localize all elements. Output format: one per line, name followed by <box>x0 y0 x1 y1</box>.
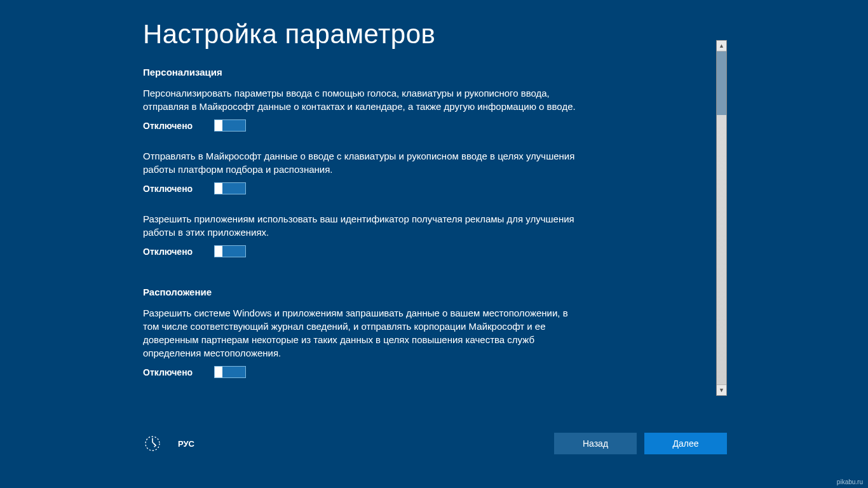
toggle-knob <box>215 367 222 377</box>
toggle-knob <box>215 246 222 257</box>
setting-description: Отправлять в Майкрософт данные о вводе с… <box>143 149 581 176</box>
toggle-state-label: Отключено <box>143 367 200 377</box>
toggle-state-label: Отключено <box>143 184 200 194</box>
settings-content: Персонализация Персонализировать парамет… <box>143 67 581 396</box>
toggle-knob <box>215 120 222 131</box>
setting-item: Разрешить приложениям использовать ваш и… <box>143 212 581 257</box>
scrollbar-up-button[interactable]: ▲ <box>717 41 726 51</box>
toggle-knob <box>215 183 222 194</box>
setting-description: Разрешить приложениям использовать ваш и… <box>143 212 581 239</box>
page-title: Настройка параметров <box>143 19 435 50</box>
setting-item: Отправлять в Майкрософт данные о вводе с… <box>143 149 581 194</box>
toggle-state-label: Отключено <box>143 121 200 131</box>
section-heading-personalization: Персонализация <box>143 67 581 78</box>
ease-of-access-icon[interactable] <box>143 434 162 453</box>
chevron-down-icon: ▼ <box>719 387 724 393</box>
scrollbar-thumb[interactable] <box>717 51 726 115</box>
next-button[interactable]: Далее <box>644 433 727 454</box>
footer-bar: РУС Назад Далее <box>143 431 727 456</box>
back-button[interactable]: Назад <box>554 433 637 454</box>
setting-description: Разрешить системе Windows и приложениям … <box>143 306 581 360</box>
toggle-switch[interactable] <box>214 182 246 194</box>
toggle-switch[interactable] <box>214 245 246 257</box>
language-selector[interactable]: РУС <box>178 439 194 449</box>
setting-description: Персонализировать параметры ввода с помо… <box>143 86 581 113</box>
toggle-switch[interactable] <box>214 119 246 132</box>
chevron-up-icon: ▲ <box>719 43 724 49</box>
setting-item: Персонализировать параметры ввода с помо… <box>143 86 581 132</box>
scrollbar-down-button[interactable]: ▼ <box>717 384 726 395</box>
toggle-switch[interactable] <box>214 366 246 378</box>
scrollbar[interactable]: ▲ ▼ <box>716 40 727 396</box>
toggle-state-label: Отключено <box>143 247 200 257</box>
setting-item: Разрешить системе Windows и приложениям … <box>143 306 581 378</box>
watermark: pikabu.ru <box>837 478 863 485</box>
section-heading-location: Расположение <box>143 287 581 297</box>
